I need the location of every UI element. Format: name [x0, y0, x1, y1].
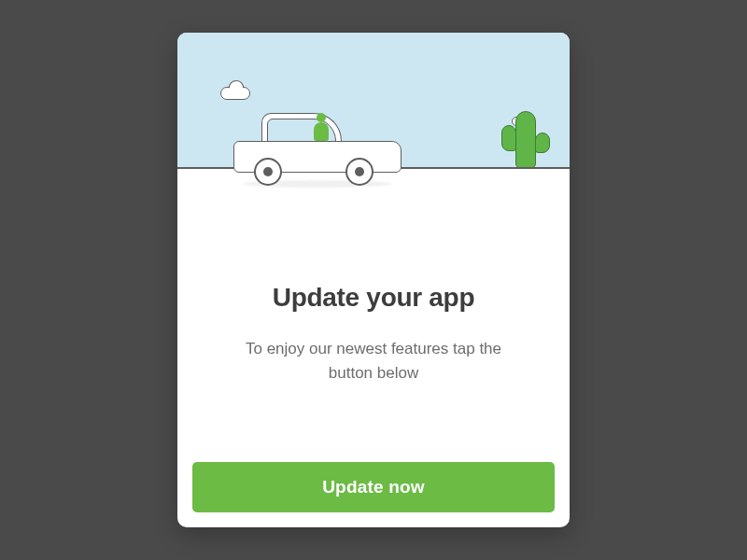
cloud-icon [220, 87, 250, 100]
dialog-title: Update your app [273, 283, 474, 313]
dialog-content: Update your app To enjoy our newest feat… [177, 238, 570, 462]
cactus-icon [515, 111, 536, 169]
update-now-button[interactable]: Update now [192, 462, 555, 512]
car-icon [233, 126, 402, 186]
update-dialog: Update your app To enjoy our newest feat… [177, 33, 570, 527]
dialog-actions: Update now [177, 462, 570, 527]
driver-icon [314, 122, 329, 141]
hero-illustration [177, 33, 570, 238]
dialog-subtitle: To enjoy our newest features tap the but… [233, 337, 514, 385]
